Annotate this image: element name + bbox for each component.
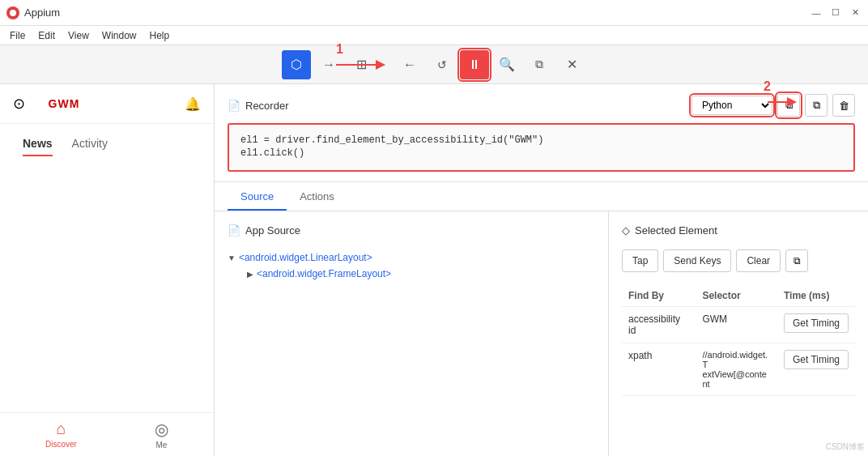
arrow-icon: → [322, 58, 335, 72]
code-line-2: el1.click() [240, 147, 842, 159]
gwm-logo-text: GWM [32, 94, 96, 113]
pause-button[interactable]: ⏸ [460, 50, 489, 79]
app-source-icon: 📄 [228, 224, 240, 237]
appium-icon [6, 6, 19, 19]
panels-row: 📄 App Source ▼ <android.widget.LinearLay… [215, 211, 868, 456]
refresh-button[interactable]: ↺ [428, 50, 457, 79]
sidebar-nav-activity[interactable]: Activity [62, 130, 117, 156]
tabs-bar: Source Actions [215, 182, 868, 211]
tree-children: ▶ <android.widget.FrameLayout> [247, 266, 595, 282]
pause-icon: ⏸ [468, 58, 481, 72]
tree-child-tag: <android.widget.FrameLayout> [257, 268, 391, 279]
gwm-logo-circle-icon: ⊙ [13, 95, 25, 113]
copy-icon: ⧉ [535, 58, 543, 71]
tree-child-item[interactable]: ▶ <android.widget.FrameLayout> [247, 266, 595, 282]
search-icon: 🔍 [499, 57, 515, 72]
right-panel: 📄 Recorder Python Java JavaScript Ruby C… [215, 84, 868, 456]
sidebar-footer-me[interactable]: ◎ Me [155, 420, 168, 450]
gwm-logo: ⊙ GWM [13, 94, 96, 113]
recorder-title-icon: 📄 [228, 100, 240, 112]
me-icon: ◎ [155, 420, 168, 439]
window-controls: — ☐ ✕ [810, 6, 862, 19]
copy-button[interactable]: ⧉ [525, 50, 554, 79]
recorder-section: 📄 Recorder Python Java JavaScript Ruby C… [215, 84, 868, 182]
col-find-by: Find By [622, 285, 696, 307]
maximize-button[interactable]: ☐ [829, 6, 842, 19]
close-session-button[interactable]: ✕ [557, 50, 586, 79]
discover-icon: ⌂ [56, 420, 66, 438]
copy-code-icon: ⧉ [785, 99, 793, 112]
minimize-button[interactable]: — [810, 6, 823, 19]
table-row: accessibility id GWM Get Timing [622, 307, 855, 343]
element-actions: Tap Send Keys Clear ⧉ [622, 249, 855, 272]
bell-icon[interactable]: 🔔 [185, 96, 201, 112]
main-layout: ⊙ GWM 🔔 News Activity ⌂ Discover ◎ Me [0, 84, 868, 456]
tree-arrow-right-icon: ▶ [247, 270, 253, 279]
back-button[interactable]: ← [395, 50, 424, 79]
title-bar: Appium — ☐ ✕ [0, 0, 868, 26]
find-by-cell-2: xpath [622, 343, 696, 396]
watermark: CSDN博客 [826, 441, 865, 453]
selected-element-panel: ◇ Selected Element Tap Send Keys Clear ⧉ [609, 211, 868, 456]
tree-root-item[interactable]: ▼ <android.widget.LinearLayout> [228, 249, 595, 266]
element-copy-icon: ⧉ [794, 255, 801, 266]
back-icon: ← [403, 58, 416, 72]
clear-button[interactable]: Clear [736, 249, 781, 272]
menu-window[interactable]: Window [102, 30, 137, 41]
tab-actions[interactable]: Actions [287, 182, 347, 211]
selected-element-title-text: Selected Element [635, 224, 717, 237]
app-source-title-text: App Source [245, 224, 300, 237]
app-source-panel: 📄 App Source ▼ <android.widget.LinearLay… [215, 211, 609, 456]
menu-help[interactable]: Help [150, 30, 170, 41]
timing-cell-1: Get Timing [777, 307, 855, 343]
selected-element-title: ◇ Selected Element [622, 224, 855, 237]
close-button[interactable]: ✕ [849, 6, 862, 19]
me-label: Me [156, 441, 168, 450]
menu-view[interactable]: View [68, 30, 89, 41]
recorder-controls: Python Java JavaScript Ruby C# ⧉ ⧉ [691, 94, 855, 117]
toolbar: ⬡ → ⊞ ← ↺ ⏸ 🔍 ⧉ ✕ [0, 45, 868, 84]
col-time-ms: Time (ms) [777, 285, 855, 307]
recorder-title-text: Recorder [245, 100, 288, 112]
code-box: el1 = driver.find_element_by_accessibili… [228, 123, 855, 172]
sidebar: ⊙ GWM 🔔 News Activity ⌂ Discover ◎ Me [0, 84, 215, 456]
select-button[interactable]: ⬡ [282, 50, 311, 79]
col-selector: Selector [696, 285, 777, 307]
search-button[interactable]: 🔍 [492, 50, 521, 79]
get-timing-button-2[interactable]: Get Timing [784, 350, 849, 369]
tree-root-tag: <android.widget.LinearLayout> [239, 252, 372, 263]
language-select[interactable]: Python Java JavaScript Ruby C# [691, 96, 772, 115]
selector-cell-2: //android.widget.TextView[@content [696, 343, 777, 396]
tap-button[interactable]: Tap [622, 249, 658, 272]
menu-edit[interactable]: Edit [38, 30, 55, 41]
code-line-1: el1 = driver.find_element_by_accessibili… [240, 134, 842, 146]
sidebar-footer-discover[interactable]: ⌂ Discover [45, 420, 77, 450]
selected-element-icon: ◇ [622, 224, 630, 237]
duplicate-button[interactable]: ⧉ [805, 94, 828, 117]
table-row: xpath //android.widget.TextView[@content… [622, 343, 855, 396]
tree-arrow-down-icon: ▼ [228, 254, 236, 262]
arrow-button[interactable]: → [314, 50, 343, 79]
menu-bar: File Edit View Window Help [0, 26, 868, 45]
menu-file[interactable]: File [10, 30, 25, 41]
find-by-cell-1: accessibility id [622, 307, 696, 343]
layout-icon: ⊞ [356, 57, 367, 72]
element-table: Find By Selector Time (ms) accessibility… [622, 285, 855, 396]
copy-code-button[interactable]: ⧉ [777, 94, 800, 117]
discover-label: Discover [45, 440, 77, 449]
sidebar-nav: News Activity [0, 124, 214, 156]
app-title: Appium [24, 6, 60, 19]
get-timing-button-1[interactable]: Get Timing [784, 313, 849, 333]
sidebar-content [0, 156, 214, 412]
delete-button[interactable]: 🗑 [832, 94, 855, 117]
app-source-title: 📄 App Source [228, 224, 595, 237]
sidebar-nav-news[interactable]: News [13, 130, 62, 156]
layout-button[interactable]: ⊞ [347, 50, 376, 79]
refresh-icon: ↺ [437, 58, 447, 71]
tab-source[interactable]: Source [228, 182, 287, 211]
recorder-header: 📄 Recorder Python Java JavaScript Ruby C… [228, 94, 855, 117]
timing-cell-2: Get Timing [777, 343, 855, 396]
element-copy-button[interactable]: ⧉ [785, 249, 808, 272]
select-icon: ⬡ [291, 57, 302, 72]
send-keys-button[interactable]: Send Keys [663, 249, 731, 272]
